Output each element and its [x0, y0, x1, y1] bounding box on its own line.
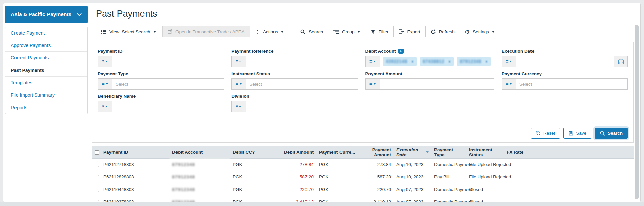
workspace-selector[interactable]: Asia & Pacific Payments [5, 6, 88, 23]
cell-payment-type: Domestic Payment [431, 183, 466, 196]
operator-select[interactable]: = [502, 79, 516, 89]
col-execution-date[interactable]: Execution Date [394, 146, 431, 158]
operator-select[interactable]: = [502, 56, 516, 67]
cell-debit-ccy: PGK [230, 183, 281, 196]
division-input[interactable] [246, 101, 357, 112]
open-in-transactive-trade-button[interactable]: Open in Transactive Trade / APEA [162, 26, 250, 37]
col-fx-rate[interactable]: FX Rate [504, 146, 634, 158]
select-all-checkbox[interactable] [95, 150, 99, 155]
actions-dropdown[interactable]: ⋮ Actions [250, 26, 289, 37]
chevron-down-icon [77, 13, 82, 16]
cell-payment-currency: PGK [316, 158, 360, 171]
save-button[interactable]: Save [564, 128, 591, 139]
save-floppy-icon [569, 131, 573, 136]
field-label: Instrument Status [231, 71, 270, 76]
col-debit-account[interactable]: Debit Account [169, 146, 230, 158]
col-payment-amount[interactable]: Payment Amount [360, 146, 394, 158]
remove-chip-icon[interactable]: × [411, 59, 413, 64]
group-label: Group [342, 29, 355, 34]
view-select-label: View: Select Search [109, 29, 150, 34]
beneficiary-name-input[interactable] [112, 101, 224, 112]
cell-execution-date: Aug 10, 2023 [394, 171, 431, 183]
row-checkbox[interactable] [95, 163, 99, 167]
table-row[interactable]: P62112828803 87912348 PGK 587.20 PGK 587… [92, 171, 634, 183]
field-label: Payment ID [98, 49, 123, 54]
app-window: Asia & Pacific Payments Create Payment A… [3, 3, 641, 202]
col-payment-type[interactable]: Payment Type [431, 146, 466, 158]
cell-payment-type: Domestic Payment [431, 158, 466, 171]
date-picker-button[interactable] [614, 56, 627, 67]
operator-select[interactable]: = [232, 79, 246, 89]
sidebar-item-reports[interactable]: Reports [5, 101, 87, 114]
payment-currency-input[interactable] [516, 79, 627, 89]
field-label: Division [231, 94, 249, 99]
sidebar-item-file-import-summary[interactable]: File Import Summary [5, 89, 87, 101]
table-tools-group: Search Group Filter [295, 26, 500, 37]
sidebar-item-templates[interactable]: Templates [5, 77, 87, 89]
sidebar: Asia & Pacific Payments Create Payment A… [5, 6, 88, 114]
field-label: Payment Currency [502, 71, 542, 76]
export-button[interactable]: Export [393, 26, 425, 37]
vertical-scrollbar[interactable] [635, 25, 639, 199]
kebab-menu-icon: ⋮ [255, 29, 260, 34]
filter-field-payment-currency: Payment Currency = [502, 71, 628, 90]
toolbar: View: Select Search Open in Transactive … [96, 26, 634, 37]
reset-button[interactable]: Reset [531, 128, 560, 139]
filter-field-beneficiary-name: Beneficiary Name * [98, 94, 224, 112]
col-instrument-status[interactable]: Instrument Status [466, 146, 504, 158]
view-select-dropdown[interactable]: View: Select Search [96, 26, 159, 37]
payment-id-input[interactable] [112, 56, 224, 67]
filter-field-payment-amount: Payment Amount = [365, 71, 494, 90]
col-debit-amount[interactable]: Debit Amount [281, 146, 316, 158]
table-row[interactable]: P62110448803 87912348 PGK 220.70 PGK 220… [92, 183, 634, 196]
execution-date-input[interactable] [516, 56, 614, 67]
payment-type-input[interactable] [112, 79, 224, 89]
filter-field-division: Division * [231, 94, 358, 112]
sidebar-item-past-payments[interactable]: Past Payments [5, 64, 87, 77]
account-chip[interactable]: 43922148 × [383, 57, 417, 66]
debit-account-input[interactable]: 43922148 × 67438812 × 87912348 × [380, 56, 494, 67]
operator-select[interactable]: * [232, 56, 246, 67]
operator-select[interactable]: * [232, 101, 246, 112]
remove-chip-icon[interactable]: × [448, 59, 450, 64]
operator-select[interactable]: * [98, 56, 112, 67]
refresh-button[interactable]: Refresh [425, 26, 460, 37]
account-chip[interactable]: 67438812 × [420, 57, 454, 66]
remove-chip-icon[interactable]: × [485, 59, 487, 64]
row-checkbox[interactable] [95, 188, 99, 192]
col-select-all [92, 146, 101, 158]
sort-desc-icon[interactable] [426, 151, 429, 153]
table-row[interactable]: P62112718803 87912348 PGK 278.84 PGK 278… [92, 158, 634, 171]
workspace-title: Asia & Pacific Payments [11, 11, 71, 17]
settings-label: Settings [473, 29, 489, 34]
cell-payment-amount: 220.70 [360, 183, 394, 196]
cell-debit-amount: 278.84 [281, 158, 316, 171]
operator-select[interactable]: = [366, 79, 380, 89]
cell-payment-amount: 278.84 [360, 158, 394, 171]
filter-button[interactable]: Filter [365, 26, 394, 37]
operator-select[interactable]: = [366, 56, 380, 67]
search-toggle-button[interactable]: Search [295, 26, 328, 37]
instrument-status-input[interactable] [246, 79, 357, 89]
add-account-icon[interactable]: + [398, 49, 404, 54]
payment-amount-input[interactable] [380, 79, 494, 89]
filter-field-execution-date: Execution Date = [502, 49, 628, 67]
settings-dropdown[interactable]: ⚙ Settings [460, 26, 500, 37]
sidebar-item-approve-payments[interactable]: Approve Payments [5, 39, 87, 52]
sidebar-item-create-payment[interactable]: Create Payment [5, 27, 87, 39]
horizontal-scrollbar-track[interactable] [0, 202, 644, 206]
operator-select[interactable]: * [98, 101, 112, 112]
payment-reference-input[interactable] [246, 56, 357, 67]
group-dropdown[interactable]: Group [328, 26, 366, 37]
col-debit-ccy[interactable]: Debit CCY [230, 146, 281, 158]
cell-fx-rate [504, 158, 634, 171]
account-chip[interactable]: 87912348 × [457, 57, 491, 66]
row-checkbox[interactable] [95, 175, 99, 179]
sidebar-item-current-payments[interactable]: Current Payments [5, 52, 87, 64]
col-payment-currency[interactable]: Payment Curre... [316, 146, 360, 158]
operator-select[interactable]: = [98, 79, 112, 89]
caret-down-icon [240, 83, 242, 85]
search-submit-button[interactable]: Search [595, 128, 628, 139]
caret-down-icon [105, 61, 107, 62]
col-payment-id[interactable]: Payment ID [101, 146, 169, 158]
